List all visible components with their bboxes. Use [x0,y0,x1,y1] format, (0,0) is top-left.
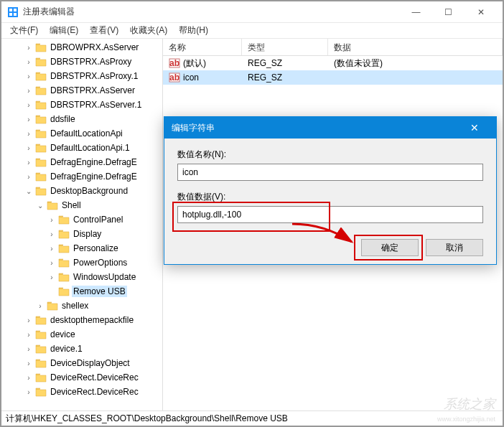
col-data[interactable]: 数据 [328,39,503,55]
tree-item[interactable]: ›shellex [1,299,162,313]
tree-label: DeviceRect.DeviceRec [49,372,140,383]
tree-label: device.1 [49,343,84,355]
tree-item[interactable]: ⌄Shell [1,198,162,212]
expander-icon[interactable]: › [24,388,33,396]
tree-item[interactable]: ›DBRSTPRX.AsServer.1 [1,98,162,112]
expander-icon[interactable]: › [24,72,33,80]
tree-label: DefaultLocationApi [49,128,124,139]
svg-rect-1 [9,9,12,11]
folder-icon [35,387,47,397]
list-row[interactable]: ab(默认)REG_SZ(数值未设置) [163,56,503,70]
expander-icon[interactable]: › [24,116,33,123]
svg-rect-3 [9,13,12,16]
expander-icon[interactable]: › [24,144,33,152]
tree-item[interactable]: ›DBRSTPRX.AsProxy.1 [1,69,162,83]
tree-label: DeviceDisplayObject [49,357,131,369]
tree-label: PowerOptions [72,257,129,268]
expander-icon[interactable]: › [47,245,56,253]
dialog-close-button[interactable]: ✕ [460,122,489,133]
folder-icon [47,200,58,210]
expander-icon[interactable]: › [24,360,33,367]
tree-item[interactable]: ›Personalize [1,241,162,255]
tree-item[interactable]: Remove USB [1,284,162,299]
menu-edit[interactable]: 编辑(E) [44,24,84,37]
expander-icon[interactable]: › [24,101,33,109]
col-name[interactable]: 名称 [163,39,242,55]
cancel-button[interactable]: 取消 [426,239,483,256]
folder-icon [35,172,47,182]
value-data-label: 数值数据(V): [177,191,483,203]
expander-icon[interactable]: › [47,230,56,238]
tree-item[interactable]: ›DefragEngine.DefragE [1,169,162,184]
tree-item[interactable]: ›DeviceRect.DeviceRec [1,385,162,399]
tree-item[interactable]: ›DeviceDisplayObject [1,356,162,370]
value-name-label: 数值名称(N): [177,149,483,161]
expander-icon[interactable]: › [24,374,33,382]
list-row[interactable]: abiconREG_SZ [163,70,503,85]
tree-label: DBRSTPRX.AsServer.1 [49,99,143,111]
folder-icon [35,128,47,139]
expander-icon[interactable]: › [24,173,33,181]
expander-icon[interactable]: › [24,130,33,138]
minimize-button[interactable]: — [400,2,432,22]
expander-icon[interactable]: › [36,302,45,310]
expander-icon[interactable]: › [24,316,33,324]
tree-item[interactable]: ›DefaultLocationApi.1 [1,141,162,155]
menu-favorites[interactable]: 收藏夹(A) [124,24,173,37]
tree-item[interactable]: ›DeviceRect.DeviceRec [1,370,162,385]
svg-text:ab: ab [169,58,179,68]
expander-icon[interactable]: › [24,58,33,66]
tree-item[interactable]: ›ControlPanel [1,212,162,227]
folder-icon [35,329,47,339]
folder-icon [35,358,47,368]
expander-icon[interactable]: › [47,273,56,281]
folder-icon [35,186,47,196]
tree-label: DBRSTPRX.AsProxy [49,56,133,67]
tree-item[interactable]: ›device [1,327,162,342]
tree-item[interactable]: ›desktopthemepackfile [1,313,162,327]
folder-icon [35,114,47,124]
tree-item[interactable]: ›DBROWPRX.AsServer [1,40,162,55]
tree-item[interactable]: ⌄DesktopBackground [1,184,162,198]
col-type[interactable]: 类型 [242,39,328,55]
tree-item[interactable]: ›PowerOptions [1,255,162,270]
row-data: (数值未设置) [334,57,383,70]
tree-item[interactable]: ›device.1 [1,342,162,356]
tree-item[interactable]: ›DBRSTPRX.AsProxy [1,55,162,69]
expander-icon[interactable]: › [47,259,56,267]
expander-icon[interactable]: › [24,87,33,95]
tree-item[interactable]: ›DefragEngine.DefragE [1,155,162,169]
tree-label: DesktopBackground [49,185,129,197]
folder-icon [58,286,70,296]
row-type: REG_SZ [248,72,282,83]
expander-icon[interactable]: › [24,44,33,52]
tree-item[interactable]: ›Display [1,227,162,241]
menu-file[interactable]: 文件(F) [4,24,44,37]
expander-icon[interactable]: ⌄ [36,202,45,210]
menu-view[interactable]: 查看(V) [84,24,124,37]
expander-icon[interactable]: › [24,159,33,166]
menu-help[interactable]: 帮助(H) [173,24,214,37]
expander-icon[interactable]: › [24,331,33,339]
row-type: REG_SZ [248,58,282,68]
folder-icon [35,71,47,81]
dialog-titlebar: 编辑字符串 ✕ [164,117,496,139]
tree-item[interactable]: ›DefaultLocationApi [1,126,162,141]
maximize-button[interactable]: ☐ [432,2,465,22]
ok-button[interactable]: 确定 [361,239,419,256]
close-button[interactable]: ✕ [465,2,497,22]
menubar: 文件(F) 编辑(E) 查看(V) 收藏夹(A) 帮助(H) [1,23,503,39]
registry-tree[interactable]: ›DBROWPRX.AsServer›DBRSTPRX.AsProxy›DBRS… [1,39,163,410]
svg-text:ab: ab [169,72,179,83]
tree-item[interactable]: ›WindowsUpdate [1,270,162,284]
expander-icon[interactable]: ⌄ [24,187,33,195]
tree-item[interactable]: ›ddsfile [1,112,162,126]
list-header: 名称 类型 数据 [163,39,503,56]
expander-icon[interactable]: › [47,216,56,224]
value-data-field[interactable] [177,206,483,223]
tree-item[interactable]: ›DBRSTPRX.AsServer [1,83,162,98]
expander-icon[interactable]: › [24,345,33,353]
regedit-icon [7,6,19,18]
folder-icon [35,344,47,354]
tree-label: shellex [60,300,90,311]
